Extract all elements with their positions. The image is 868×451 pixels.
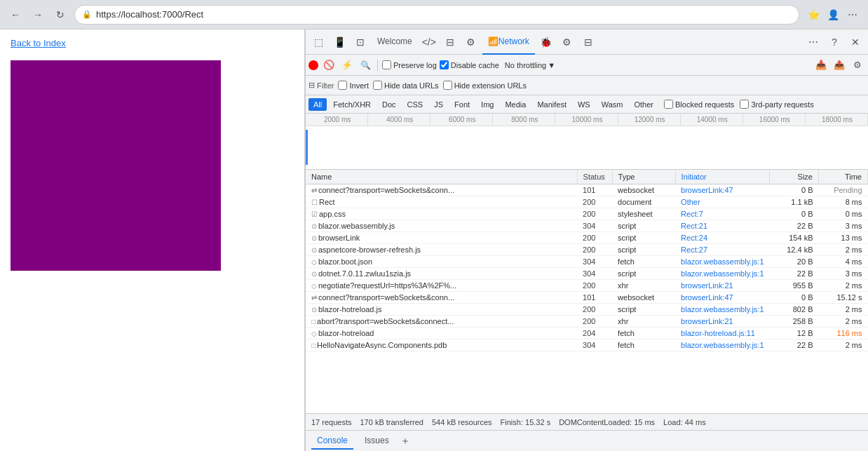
help-button[interactable]: ? bbox=[825, 32, 844, 52]
hide-ext-urls-checkbox[interactable] bbox=[443, 81, 452, 90]
network-table-container[interactable]: Name Status Type Initiator Size Time ⇄co… bbox=[306, 170, 868, 413]
row-initiator[interactable]: Rect:7 bbox=[675, 208, 769, 220]
elements-icon[interactable]: ⊟ bbox=[440, 32, 460, 52]
tab-issues[interactable]: Issues bbox=[359, 433, 395, 450]
type-filter-ws[interactable]: WS bbox=[573, 98, 595, 111]
address-bar[interactable]: 🔒 https://localhost:7000/Rect bbox=[74, 5, 799, 25]
table-row[interactable]: ⊙blazor-hotreload.js 200 script blazor.w… bbox=[306, 304, 868, 316]
initiator-link[interactable]: blazor.webassembly.js:1 bbox=[681, 269, 764, 278]
initiator-link[interactable]: browserLink:47 bbox=[681, 186, 733, 194]
row-initiator[interactable]: blazor.webassembly.js:1 bbox=[675, 256, 769, 268]
more-button[interactable]: ⋯ bbox=[844, 6, 861, 23]
tab-network[interactable]: 📶 Network bbox=[482, 29, 535, 55]
invert-label[interactable]: Invert bbox=[338, 81, 369, 90]
hide-data-urls-label[interactable]: Hide data URLs bbox=[373, 81, 439, 90]
dock-button[interactable]: ⊟ bbox=[578, 32, 598, 52]
initiator-link[interactable]: blazor.webassembly.js:1 bbox=[681, 305, 764, 314]
initiator-link[interactable]: Rect:21 bbox=[681, 222, 707, 230]
third-party-checkbox[interactable] bbox=[740, 100, 749, 109]
settings-icon[interactable]: ⚙ bbox=[557, 32, 577, 52]
initiator-link[interactable]: Rect:24 bbox=[681, 234, 707, 242]
import-button[interactable]: 📥 bbox=[813, 58, 829, 73]
row-initiator[interactable]: blazor-hotreload.js:11 bbox=[675, 328, 769, 339]
table-row[interactable]: ⊙dotnet.7.0.11.zwluu1szia.js 304 script … bbox=[306, 268, 868, 280]
table-row[interactable]: ⊙aspnetcore-browser-refresh.js 200 scrip… bbox=[306, 244, 868, 256]
preserve-log-label[interactable]: Preserve log bbox=[382, 60, 437, 69]
table-row[interactable]: ⊙browserLink 200 script Rect:24 154 kB 1… bbox=[306, 232, 868, 244]
back-button[interactable]: ← bbox=[7, 6, 24, 23]
export-button[interactable]: 📤 bbox=[832, 58, 847, 73]
extensions-button[interactable]: ⭐ bbox=[805, 6, 822, 23]
profile-button[interactable]: 👤 bbox=[825, 6, 841, 23]
type-filter-font[interactable]: Font bbox=[449, 98, 475, 111]
type-filter-css[interactable]: CSS bbox=[402, 98, 428, 111]
row-initiator[interactable]: browserLink:47 bbox=[675, 184, 769, 196]
back-to-index-link[interactable]: Back to Index bbox=[0, 29, 304, 57]
sources-icon[interactable]: </> bbox=[419, 32, 439, 52]
row-initiator[interactable]: blazor.webassembly.js:1 bbox=[675, 268, 769, 280]
row-initiator[interactable]: browserLink:21 bbox=[675, 280, 769, 292]
third-party-label[interactable]: 3rd-party requests bbox=[740, 100, 813, 109]
settings-network-button[interactable]: ⚙ bbox=[850, 58, 865, 73]
table-row[interactable]: ☐Rect 200 document Other 1.1 kB 8 ms bbox=[306, 196, 868, 208]
type-filter-manifest[interactable]: Manifest bbox=[532, 98, 571, 111]
initiator-link[interactable]: browserLink:21 bbox=[681, 281, 733, 290]
table-row[interactable]: ◇blazor-hotreload 204 fetch blazor-hotre… bbox=[306, 328, 868, 339]
forward-button[interactable]: → bbox=[29, 6, 46, 23]
type-filter-other[interactable]: Other bbox=[629, 98, 658, 111]
console-tab-icon[interactable]: ⊡ bbox=[351, 32, 370, 52]
table-row[interactable]: ⇄connect?transport=webSockets&conn... 10… bbox=[306, 184, 868, 196]
clear-button[interactable]: 🚫 bbox=[321, 58, 337, 73]
initiator-link[interactable]: Rect:7 bbox=[681, 210, 703, 218]
type-filter-all[interactable]: All bbox=[308, 98, 327, 111]
type-filter-fetch/xhr[interactable]: Fetch/XHR bbox=[328, 98, 376, 111]
row-initiator[interactable]: blazor.webassembly.js:1 bbox=[675, 304, 769, 316]
hide-data-urls-checkbox[interactable] bbox=[373, 81, 382, 90]
table-row[interactable]: ☑app.css 200 stylesheet Rect:7 0 B 0 ms bbox=[306, 208, 868, 220]
table-row[interactable]: □abort?transport=webSockets&connect... 2… bbox=[306, 316, 868, 328]
table-row[interactable]: ◇blazor.boot.json 304 fetch blazor.webas… bbox=[306, 256, 868, 268]
close-devtools-button[interactable]: ✕ bbox=[846, 32, 865, 52]
device-toolbar-button[interactable]: 📱 bbox=[330, 32, 349, 52]
table-row[interactable]: ⇄connect?transport=webSockets&conn... 10… bbox=[306, 292, 868, 304]
inspect-element-button[interactable]: ⬚ bbox=[308, 32, 328, 52]
type-filter-media[interactable]: Media bbox=[500, 98, 531, 111]
hide-ext-urls-label[interactable]: Hide extension URLs bbox=[443, 81, 527, 90]
add-tab-button[interactable]: ＋ bbox=[400, 435, 410, 447]
filter-toggle[interactable]: ⚡ bbox=[339, 58, 355, 73]
record-button[interactable] bbox=[308, 60, 318, 70]
search-button[interactable]: 🔍 bbox=[358, 58, 373, 73]
throttling-button[interactable]: No throttling ▼ bbox=[502, 60, 558, 71]
type-filter-img[interactable]: Img bbox=[476, 98, 499, 111]
initiator-link[interactable]: blazor.webassembly.js:1 bbox=[681, 341, 764, 349]
row-initiator[interactable]: Rect:24 bbox=[675, 232, 769, 244]
more-options-button[interactable]: ⋯ bbox=[803, 32, 823, 52]
filter-button[interactable]: ⊟ Filter bbox=[308, 81, 334, 90]
row-initiator[interactable]: browserLink:47 bbox=[675, 292, 769, 304]
tab-console[interactable]: Console bbox=[311, 433, 353, 450]
initiator-link[interactable]: Rect:27 bbox=[681, 245, 707, 254]
table-row[interactable]: ⊙blazor.webassembly.js 304 script Rect:2… bbox=[306, 220, 868, 232]
initiator-link[interactable]: blazor.webassembly.js:1 bbox=[681, 257, 764, 266]
initiator-link[interactable]: blazor-hotreload.js:11 bbox=[681, 329, 755, 337]
initiator-link[interactable]: browserLink:21 bbox=[681, 317, 733, 325]
invert-checkbox[interactable] bbox=[338, 81, 347, 90]
table-row[interactable]: □HelloNavigateAsync.Components.pdb 304 f… bbox=[306, 339, 868, 351]
row-initiator[interactable]: blazor.webassembly.js:1 bbox=[675, 339, 769, 351]
row-initiator[interactable]: Rect:21 bbox=[675, 220, 769, 232]
more-tools-button[interactable]: 🐞 bbox=[536, 32, 556, 52]
table-row[interactable]: ◇negotiate?requestUrl=https%3A%2F%... 20… bbox=[306, 280, 868, 292]
blocked-requests-checkbox[interactable] bbox=[664, 100, 673, 109]
performance-icon[interactable]: ⚙ bbox=[461, 32, 481, 52]
row-initiator[interactable]: browserLink:21 bbox=[675, 316, 769, 328]
type-filter-wasm[interactable]: Wasm bbox=[597, 98, 628, 111]
disable-cache-checkbox[interactable] bbox=[440, 60, 449, 69]
disable-cache-label[interactable]: Disable cache bbox=[440, 60, 499, 69]
blocked-requests-label[interactable]: Blocked requests bbox=[664, 100, 734, 109]
tab-welcome[interactable]: Welcome bbox=[372, 29, 418, 55]
initiator-link[interactable]: browserLink:47 bbox=[681, 293, 733, 302]
type-filter-js[interactable]: JS bbox=[429, 98, 448, 111]
row-initiator[interactable]: Rect:27 bbox=[675, 244, 769, 256]
preserve-log-checkbox[interactable] bbox=[382, 60, 391, 69]
refresh-button[interactable]: ↻ bbox=[52, 6, 69, 23]
